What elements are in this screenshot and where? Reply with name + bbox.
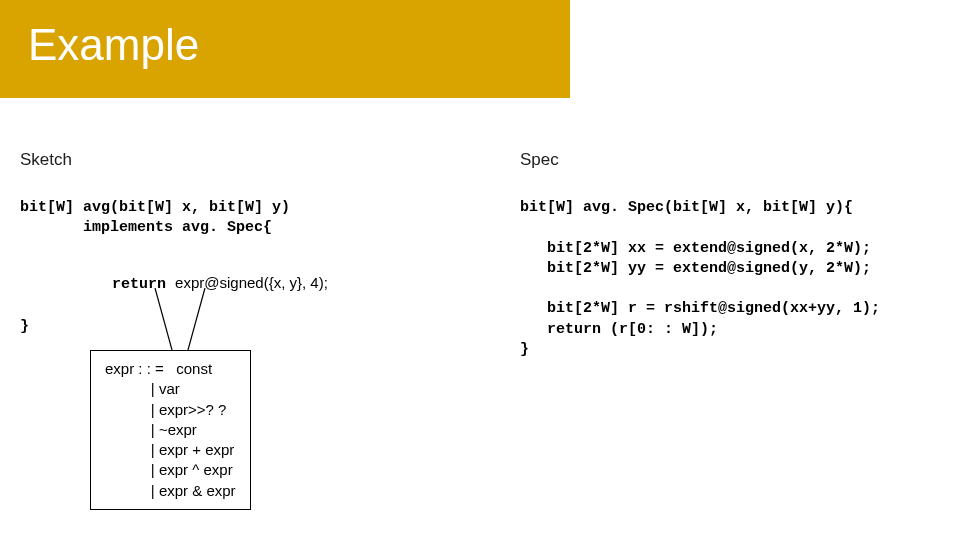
spec-code-block: bit[W] avg. Spec(bit[W] x, bit[W] y){ bi…	[520, 198, 950, 360]
spec-column: Spec bit[W] avg. Spec(bit[W] x, bit[W] y…	[520, 150, 950, 360]
sketch-return-line: return expr@signed({x, y}, 4);	[58, 253, 480, 316]
sketch-label: Sketch	[20, 150, 480, 170]
sketch-signature: bit[W] avg(bit[W] x, bit[W] y) implement…	[20, 198, 480, 239]
grammar-box: expr : : = const | var | expr>>? ? | ~ex…	[90, 350, 251, 510]
sketch-close-brace: }	[20, 317, 480, 337]
sketch-column: Sketch bit[W] avg(bit[W] x, bit[W] y) im…	[20, 150, 480, 338]
return-keyword: return	[112, 276, 166, 293]
return-expression: expr@signed({x, y}, 4);	[175, 274, 328, 291]
spec-label: Spec	[520, 150, 950, 170]
slide-title: Example	[28, 20, 199, 70]
title-bar: Example	[0, 0, 570, 98]
